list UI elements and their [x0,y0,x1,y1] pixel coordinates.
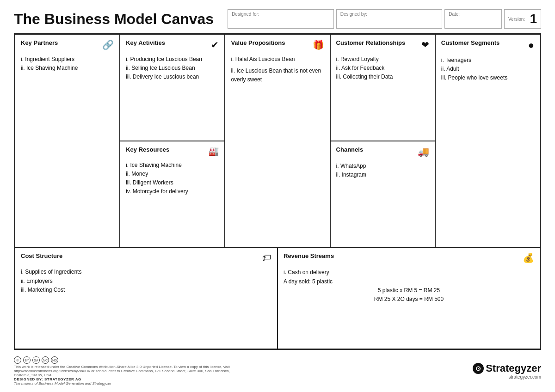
canvas-top-row: Key Partners 🔗 i. Ingredient Suppliers i… [15,35,540,248]
cs-item-3: iii. People who love sweets [441,74,534,82]
key-partners-header: Key Partners 🔗 [21,39,114,50]
version-label: Version: [508,17,525,22]
value-propositions-item-2: ii. Ice Luscious Bean that is not even o… [231,67,324,84]
brand-name: Strategyzer [486,362,541,374]
footer: © BY SA NC ND This work is released unde… [14,353,541,387]
footer-left: © BY SA NC ND This work is released unde… [14,356,245,386]
key-partners-item-1: i. Ingredient Suppliers [21,55,114,64]
key-activities-icon: ✔ [211,39,219,50]
footer-license-icons: © BY SA NC ND [14,356,245,364]
customer-segments-content: i. Teenagers ii. Adult iii. People who l… [441,56,534,83]
canvas-bottom-row: Cost Structure 🏷 i. Supplies of Ingredie… [15,248,540,349]
key-partners-cell: Key Partners 🔗 i. Ingredient Suppliers i… [15,35,119,247]
key-activities-section: Key Activities ✔ i. Producing Ice Luscio… [120,35,224,141]
cost-structure-content: i. Supplies of Ingredients ii. Employers… [21,268,271,294]
designed-for-field[interactable]: Designed for: [228,9,334,29]
designed-by-field[interactable]: Designed by: [336,9,443,29]
customer-segments-title: Customer Segments [441,39,500,46]
revenue-streams-column: Revenue Streams 💰 i. Cash on delivery A … [278,248,540,349]
value-propositions-title: Value Propositions [231,39,285,46]
cost-item-2: ii. Employers [21,277,271,286]
key-activities-title: Key Activities [126,39,165,46]
revenue-item-2: A day sold: 5 plastic [284,277,534,286]
footer-designed-by: DESIGNED BY: Strategyzer AG [14,377,245,381]
customer-relationships-header: Customer Relationships ❤ [336,39,429,50]
channels-item-1: i. WhatsApp [336,162,429,171]
key-activities-item-3: iii. Delivery Ice Luscious bean [126,73,219,81]
cost-item-1: i. Supplies of Ingredients [21,268,271,276]
channels-title: Channels [336,146,364,153]
key-resources-item-3: iii. Diligent Workers [126,178,219,187]
value-propositions-icon: 🎁 [313,39,324,50]
key-resources-item-2: ii. Money [126,170,219,178]
cr-item-3: iii. Collecting their Data [336,73,429,81]
cc-sa-icon: SA [32,356,40,364]
version-value: 1 [530,12,537,26]
key-activities-item-1: i. Producing Ice Luscious Bean [126,55,219,64]
footer-license-text: This work is released under the Creative… [14,365,245,377]
revenue-streams-content: i. Cash on delivery A day sold: 5 plasti… [284,268,534,304]
cost-structure-header: Cost Structure 🏷 [21,252,271,263]
key-resources-cell: Key Resources 🏭 i. Ice Shaving Machine i… [120,141,224,247]
channels-item-2: ii. Instagram [336,171,429,179]
key-partners-column: Key Partners 🔗 i. Ingredient Suppliers i… [15,35,120,247]
revenue-streams-cell: Revenue Streams 💰 i. Cash on delivery A … [278,248,540,349]
key-resources-icon: 🏭 [209,146,219,156]
revenue-streams-icon: 💰 [523,252,534,263]
value-propositions-content: i. Halal Ais Luscious Bean ii. Ice Lusci… [231,55,324,85]
channels-header: Channels 🚚 [336,146,429,157]
footer-makers: The makers of Business Model Generation … [14,381,245,386]
designed-for-label: Designed for: [232,12,330,17]
cost-structure-cell: Cost Structure 🏷 i. Supplies of Ingredie… [15,248,277,349]
footer-right: ⊙ Strategyzer strategyzer.com [473,362,541,380]
cc-nc-icon: NC [42,356,49,364]
key-activities-resources-column: Key Activities ✔ i. Producing Ice Luscio… [120,35,225,247]
cost-structure-title: Cost Structure [21,252,62,259]
key-resources-item-1: i. Ice Shaving Machine [126,161,219,170]
value-propositions-cell: Value Propositions 🎁 i. Halal Ais Luscio… [225,35,329,247]
cost-structure-column: Cost Structure 🏷 i. Supplies of Ingredie… [15,248,278,349]
key-resources-title: Key Resources [126,146,169,153]
customer-segments-header: Customer Segments ● [441,39,534,51]
key-resources-header: Key Resources 🏭 [126,146,219,156]
value-propositions-header: Value Propositions 🎁 [231,39,324,50]
key-partners-content: i. Ingredient Suppliers ii. Ice Shaving … [21,55,114,73]
cost-item-3: iii. Marketing Cost [21,286,271,294]
key-partners-title: Key Partners [21,39,58,46]
cr-channels-column: Customer Relationships ❤ i. Reward Loyal… [331,35,436,247]
brand-logo-icon: ⊙ [473,363,484,374]
designed-by-label: Designed by: [340,12,438,17]
revenue-item-1: i. Cash on delivery [284,268,534,277]
revenue-item-3: 5 plastic x RM 5 = RM 25 [284,286,534,295]
date-field[interactable]: Date: [444,9,502,29]
key-activities-header: Key Activities ✔ [126,39,219,50]
customer-relationships-title: Customer Relationships [336,39,406,46]
revenue-streams-title: Revenue Streams [284,252,334,259]
revenue-streams-header: Revenue Streams 💰 [284,252,534,263]
channels-cell: Channels 🚚 i. WhatsApp ii. Instagram [331,141,435,247]
customer-relationships-cell: Customer Relationships ❤ i. Reward Loyal… [331,35,435,141]
cc-icon: © [14,356,21,364]
top-header: The Business Model Canvas Designed for: … [14,9,541,29]
brand-logo: ⊙ Strategyzer [473,362,541,374]
cs-item-2: ii. Adult [441,65,534,74]
customer-segments-column: Customer Segments ● i. Teenagers ii. Adu… [436,35,540,247]
customer-relationships-section: Customer Relationships ❤ i. Reward Loyal… [331,35,435,141]
key-partners-icon: 🔗 [102,39,114,50]
cs-item-1: i. Teenagers [441,56,534,65]
version-field: Version: 1 [504,9,541,29]
cr-item-2: ii. Ask for Feedback [336,64,429,73]
key-activities-cell: Key Activities ✔ i. Producing Ice Luscio… [120,35,224,141]
cc-by-icon: BY [23,356,31,364]
key-activities-item-2: ii. Selling Ice Luscious Bean [126,64,219,73]
key-resources-content: i. Ice Shaving Machine ii. Money iii. Di… [126,161,219,196]
key-activities-content: i. Producing Ice Luscious Bean ii. Selli… [126,55,219,82]
customer-segments-icon: ● [528,39,534,51]
customer-relationships-icon: ❤ [421,39,429,50]
cc-nd-icon: ND [51,356,58,364]
channels-section: Channels 🚚 i. WhatsApp ii. Instagram [331,141,435,247]
main-title: The Business Model Canvas [14,11,214,28]
channels-icon: 🚚 [418,146,429,157]
business-model-canvas: Key Partners 🔗 i. Ingredient Suppliers i… [14,33,541,350]
value-propositions-column: Value Propositions 🎁 i. Halal Ais Luscio… [225,35,330,247]
